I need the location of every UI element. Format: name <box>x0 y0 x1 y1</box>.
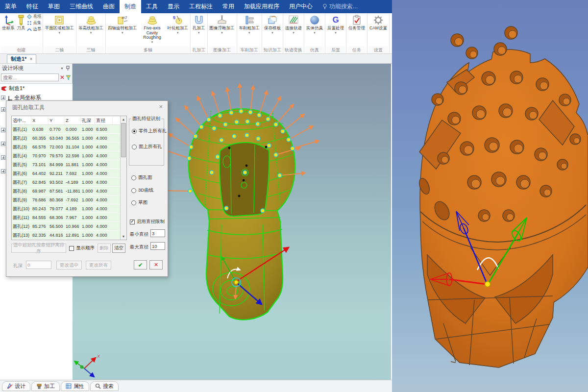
menu-item[interactable]: 显示 <box>163 0 184 13</box>
ribbon-button-coordinate-system[interactable]: 坐标系 <box>1 14 16 31</box>
hole-pick-dialog: 圆孔拾取工具 × 选中...XYZ孔深直径 圆孔(1)0.6380.7700.0… <box>6 100 168 277</box>
table-row[interactable]: 圆孔(9)78.68680.368-7.6921.0004.000 <box>12 196 126 204</box>
zoomed-detail-view[interactable] <box>392 0 588 392</box>
min-diameter-input[interactable] <box>150 229 165 237</box>
document-tab-manufacture[interactable]: 制造1* × <box>7 54 36 63</box>
dropdown-arrow-icon: ▼ <box>220 31 223 34</box>
table-row[interactable]: 圆孔(6)64.40292.2117.6921.0004.000 <box>12 169 126 178</box>
tree-item-manufacture-root[interactable]: 制造1* <box>0 84 73 93</box>
hole-depth-label: 孔深 <box>13 263 23 269</box>
menu-item[interactable]: 用户中心 <box>284 0 318 13</box>
table-row[interactable]: 圆孔(7)62.84593.502-4.1891.0004.000 <box>12 178 126 187</box>
delete-button[interactable]: 删除 <box>98 244 111 253</box>
table-row[interactable]: 圆孔(4)70.97079.57022.5981.0004.000 <box>12 151 126 160</box>
feature-recognition-group: 圆孔特征识别 零件上所有孔 面上所有孔 <box>129 119 164 166</box>
status-tab-machining[interactable]: 加工 <box>31 381 60 391</box>
pin-icon[interactable] <box>66 66 70 71</box>
menu-item[interactable]: 加载应用程序 <box>239 0 284 13</box>
sort-by-distance-button[interactable]: 选中起始孔按最短距离排序 <box>11 244 66 253</box>
ribbon-button-connect-path[interactable]: 连接轨迹 ▼ <box>284 14 303 35</box>
ribbon-button-planar-rough[interactable]: 平面区域粗加工 ▼ <box>44 14 75 35</box>
cancel-button[interactable]: ✕ <box>149 260 163 270</box>
sphere-icon <box>309 14 320 26</box>
ribbon-button-4axis-rotary[interactable]: 4 四轴旋转粗加工 ▼ <box>107 14 138 35</box>
search-input[interactable] <box>1 74 59 81</box>
ribbon-button-task-manager[interactable]: 任务管理 <box>347 14 366 31</box>
menu-item[interactable]: 常用 <box>218 0 239 13</box>
ribbon-button-cam-settings[interactable]: CAM设置 <box>368 14 388 31</box>
tree-expand-icon[interactable] <box>1 96 5 100</box>
ribbon-button-image-relief[interactable]: 图像浮雕加工 ▼ <box>209 14 236 35</box>
menu-item[interactable]: 草图 <box>43 0 65 13</box>
tree-expand-icon[interactable] <box>1 107 5 112</box>
radio-hole-face[interactable]: 圆孔面 <box>131 174 152 181</box>
dropdown-arrow-icon: ▼ <box>334 31 337 34</box>
menu-item-manufacture-active[interactable]: 制造 <box>120 0 141 13</box>
ribbon-button-turning-rough[interactable]: 车削粗加工 ▼ <box>238 14 261 35</box>
dialog-close-icon[interactable]: × <box>159 103 163 110</box>
scroll-up-icon[interactable]: ▲ <box>121 116 126 122</box>
cutter-tool-icon <box>17 14 25 26</box>
table-row[interactable]: 圆孔(5)73.10184.99911.8811.0004.000 <box>12 160 126 169</box>
filter-icon[interactable] <box>66 75 71 80</box>
ribbon-button-solid-simulation[interactable]: 实体仿真 ▼ <box>305 14 324 35</box>
ribbon-button-hole-machining[interactable]: 孔加工 ▼ <box>192 14 206 35</box>
status-tab-design[interactable]: 设计 <box>2 381 30 391</box>
radio-all-holes-on-part[interactable]: 零件上所有孔 <box>132 128 167 134</box>
menu-item[interactable]: 曲面 <box>98 0 120 13</box>
ribbon-button-tool[interactable]: 刀具 <box>16 14 26 31</box>
table-row[interactable]: 圆孔(8)69.98787.581-11.8811.0004.000 <box>12 187 126 196</box>
ribbon-button-five-axis-cavity[interactable]: Five-axis Cavity Roughing ▼ <box>139 14 166 44</box>
menu-bar: 菜单 特征 草图 三维曲线 曲面 制造 工具 显示 工程标注 常用 加载应用程序… <box>0 0 392 13</box>
table-row[interactable]: 圆孔(2)60.35563.04036.5651.0004.000 <box>12 134 126 143</box>
radio-3d-curve[interactable]: 3D曲线 <box>131 187 153 194</box>
tree-expand-icon[interactable] <box>1 155 5 160</box>
screenshot-stage: 菜单 特征 草图 三维曲线 曲面 制造 工具 显示 工程标注 常用 加载应用程序… <box>0 0 588 392</box>
menu-item[interactable]: 工程标注 <box>184 0 218 13</box>
checkbox-diameter-limit[interactable]: 启用直径限制 <box>130 219 165 225</box>
clear-search-icon[interactable]: ✕ <box>60 74 65 80</box>
apply-all-button[interactable]: 更改所有 <box>86 261 111 270</box>
checkbox-show-order[interactable]: 显示顺序 <box>69 245 95 251</box>
table-row[interactable]: 圆孔(1)0.6380.7700.0001.0008.500 <box>12 125 126 134</box>
ribbon-button-contour-rough[interactable]: 等高线粗加工 ▼ <box>77 14 104 35</box>
chevron-down-icon[interactable]: ▼ <box>60 67 64 70</box>
table-row[interactable]: 圆孔(13)82.33544.81612.8911.0004.000 <box>12 231 126 240</box>
scrollbar-thumb[interactable] <box>121 123 126 157</box>
menu-item[interactable]: 菜单 <box>0 0 22 13</box>
table-scrollbar[interactable]: ▲ ▼ <box>120 116 126 240</box>
status-tab-search[interactable]: 搜索 <box>90 381 119 391</box>
ribbon-button-post-process[interactable]: G 后置处理 ▼ <box>326 14 345 35</box>
dropdown-arrow-icon: ▼ <box>313 31 316 34</box>
ok-button[interactable]: ✔ <box>134 260 147 270</box>
menu-item[interactable]: 工具 <box>141 0 163 13</box>
hole-depth-input[interactable] <box>26 261 51 269</box>
menu-item[interactable]: 特征 <box>22 0 43 13</box>
scroll-down-icon[interactable]: ▼ <box>121 233 126 240</box>
table-row[interactable]: 圆孔(11)84.55568.3067.9671.0004.000 <box>12 213 126 222</box>
radio-all-holes-on-face[interactable]: 面上所有孔 <box>132 144 162 150</box>
table-row[interactable]: 圆孔(10)80.24379.0774.1891.0004.000 <box>12 204 126 213</box>
tab-close-icon[interactable]: × <box>29 56 32 62</box>
function-search[interactable]: 功能搜索... <box>322 0 358 13</box>
table-row[interactable]: 圆孔(12)85.27656.50010.9661.0004.000 <box>12 222 126 231</box>
ribbon-button-save-template[interactable]: 保存模板 ▼ <box>263 14 282 35</box>
radio-sketch[interactable]: 草图 <box>131 199 147 206</box>
save-template-icon <box>267 14 278 26</box>
status-tab-properties[interactable]: 属性 <box>61 381 89 391</box>
apply-selected-button[interactable]: 更改选中 <box>56 261 82 270</box>
function-search-label: 功能搜索... <box>329 2 358 11</box>
menu-item[interactable]: 三维曲线 <box>65 0 98 13</box>
ribbon-small-pointset[interactable]: 点集 <box>27 20 42 26</box>
properties-icon <box>66 383 72 389</box>
dropdown-arrow-icon: ▼ <box>292 31 295 34</box>
tree-expand-icon[interactable] <box>1 142 5 146</box>
ribbon-small-boundary[interactable]: 边界 <box>27 26 42 32</box>
tree-expand-icon[interactable] <box>1 128 5 132</box>
ribbon-small-blank[interactable]: 毛坯 <box>27 14 42 20</box>
clear-button[interactable]: 清空 <box>112 244 125 253</box>
table-row[interactable]: 圆孔(3)66.57872.00331.1041.0004.000 <box>12 143 126 151</box>
ribbon-button-impeller-rough[interactable]: 5 叶轮粗加工 ▼ <box>167 14 190 35</box>
max-diameter-input[interactable] <box>150 242 165 250</box>
tree-expand-icon[interactable] <box>1 169 5 173</box>
